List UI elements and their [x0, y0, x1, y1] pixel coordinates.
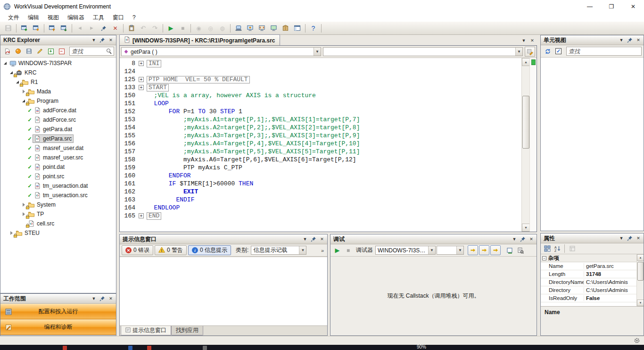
code-line-133[interactable]: 133+START [120, 83, 521, 92]
panel-menu-chevron-icon[interactable]: ▼ [301, 236, 309, 243]
tree-item-point.src[interactable]: ✓point.src [0, 172, 116, 181]
procedure-dropdown[interactable]: getPara ( ) ▼ [121, 47, 321, 56]
tree-item-Mada[interactable]: Mada [0, 87, 116, 96]
pin-icon[interactable] [99, 37, 106, 44]
property-row-IsReadOnly[interactable]: IsReadOnlyFalse [541, 294, 644, 302]
toolbar-connect-laptop-button[interactable] [233, 23, 244, 33]
panel-menu-chevron-icon[interactable]: ▼ [618, 37, 625, 44]
taskbar-icon[interactable] [128, 346, 132, 350]
scroll-down-icon[interactable]: ▼ [522, 224, 530, 232]
code-line-158[interactable]: 158 myAxis.A6=Target[P,6],$VEL_AXIS[6]=T… [120, 156, 521, 164]
edit-button[interactable] [35, 46, 45, 56]
code-line-159[interactable]: 159 PTP myAxis C_PTP [120, 164, 521, 172]
tree-item-WINDOWS-7I3SPAR[interactable]: WINDOWS-7I3SPAR [0, 58, 116, 68]
tree-item-tm_useraction.src[interactable]: ✓tm_useraction.src [0, 191, 116, 200]
property-row-DirectoryName[interactable]: DirectoryNameC:\Users\Adminis [541, 278, 644, 286]
save-memory-button[interactable] [24, 46, 34, 56]
toolbar-delete-button[interactable]: ✕ [110, 23, 121, 33]
tree-item-TP[interactable]: TP [0, 209, 116, 219]
filter-checkbox[interactable]: ✓ [553, 46, 563, 56]
step-into-button[interactable] [468, 245, 478, 255]
debug-start-button[interactable]: ▶ [332, 245, 342, 255]
minimize-button[interactable]: — [579, 0, 601, 13]
code-line-8[interactable]: 8+INI [120, 59, 521, 67]
step-out-button[interactable] [490, 245, 501, 255]
code-line-163[interactable]: 163 ENDIF [120, 196, 521, 204]
property-category[interactable]: −杂项 [541, 254, 644, 262]
refresh-button[interactable] [543, 46, 553, 56]
toolbar-start-button[interactable]: ▶ [165, 23, 176, 33]
toolbar-deploy-package-button[interactable] [280, 23, 291, 33]
property-row-Length[interactable]: Length31748 [541, 270, 644, 278]
toolbar-help-button[interactable]: ? [308, 23, 319, 33]
tree-item-masref_user.src[interactable]: ✓masref_user.src [0, 153, 116, 162]
code-line-164[interactable]: 164 ENDLOOP [120, 204, 521, 212]
panel-menu-chevron-icon[interactable]: ▼ [90, 295, 98, 302]
panel-menu-chevron-icon[interactable]: ▼ [90, 37, 98, 44]
search-icon[interactable] [107, 49, 112, 54]
folded-region[interactable]: INI [147, 60, 161, 67]
tree-item-cell.src[interactable]: cell.src [0, 219, 116, 228]
code-line-155[interactable]: 155 ;myAxis.A3=Target[P,3];,$VEL_AXIS[3]… [120, 132, 521, 140]
tree-item-System[interactable]: System [0, 200, 116, 209]
toolbar-add-catalog-button[interactable] [19, 23, 30, 33]
fold-toggle-icon[interactable]: + [139, 85, 144, 90]
close-icon[interactable]: ✕ [635, 235, 642, 242]
fold-toggle-icon[interactable]: + [139, 61, 144, 66]
collapse-all-button[interactable]: − [57, 46, 66, 56]
code-line-160[interactable]: 160 ENDFOR [120, 172, 521, 180]
menu-item-3[interactable]: 视图 [43, 13, 63, 22]
collapse-icon[interactable]: − [542, 256, 546, 260]
code-editor[interactable]: 8+INI124125+PTP HOME VEL= 50 % DEFAULT13… [120, 58, 521, 232]
toolbar-pin-button[interactable] [98, 23, 109, 33]
editor-vertical-scrollbar[interactable]: ▲ ▼ [521, 58, 529, 232]
tree-item-STEU[interactable]: STEU [0, 228, 116, 238]
close-document-icon[interactable]: ✕ [528, 37, 536, 44]
tree-item-getPara.src[interactable]: ✓getPara.src [0, 134, 116, 143]
folded-region[interactable]: END [147, 212, 161, 220]
alphabetical-sort-button[interactable]: AZ [553, 244, 561, 253]
tree-item-addForce.dat[interactable]: ✓addForce.dat [0, 106, 116, 115]
tree-item-getPara.dat[interactable]: ✓getPara.dat [0, 125, 116, 134]
scroll-up-icon[interactable]: ▲ [637, 254, 644, 261]
document-tab[interactable]: [WINDOWS-7I3SPAR] - KRC:\R1\Program\getP… [119, 34, 280, 45]
code-line-124[interactable]: 124 [120, 67, 521, 75]
workspace-button-配置和投入运行[interactable]: 配置和投入运行 [0, 304, 116, 319]
toolbar-code-generate-button[interactable] [256, 23, 267, 33]
tree-item-addForce.src[interactable]: ✓addForce.src [0, 115, 116, 125]
toolbar-add-project-button[interactable] [31, 23, 41, 33]
context-dropdown[interactable]: ▼ [323, 47, 523, 56]
close-icon[interactable]: ✕ [107, 295, 115, 302]
filter-error-button[interactable]: ✕0 错误 [122, 245, 153, 255]
toolbar-paste-button[interactable] [126, 23, 137, 33]
toolbar-configure-controller-button[interactable] [245, 23, 256, 33]
toolbar-upload-project-button[interactable] [47, 23, 58, 33]
tree-item-tm_useraction.dat[interactable]: ✓tm_useraction.dat [0, 181, 116, 191]
step-over-button[interactable] [479, 245, 489, 255]
code-line-150[interactable]: 150 ;VEL is a array, however AXIS is a s… [120, 92, 521, 100]
close-icon[interactable]: ✕ [635, 37, 642, 44]
code-line-156[interactable]: 156 ;myAxis.A4=Target[P,4],$VEL_AXIS[4]=… [120, 140, 521, 148]
close-icon[interactable]: ✕ [318, 236, 326, 243]
taskbar-icon[interactable] [147, 346, 151, 350]
code-line-125[interactable]: 125+PTP HOME VEL= 50 % DEFAULT [120, 75, 521, 83]
show-next-statement-button[interactable] [504, 245, 514, 255]
toolbar-window-layout-button[interactable] [292, 23, 303, 33]
taskbar-icon[interactable] [203, 346, 207, 350]
menu-item-1[interactable]: 文件 [4, 13, 24, 22]
tree-item-Program[interactable]: Program [0, 96, 116, 106]
pin-icon[interactable] [99, 295, 106, 302]
tree-expander-open[interactable] [2, 62, 8, 65]
menu-item-2[interactable]: 编辑 [24, 13, 43, 22]
code-line-161[interactable]: 161 IF $TIMER[1]>60000 THEN [120, 180, 521, 188]
close-icon[interactable]: ✕ [528, 236, 535, 243]
krc-search-input[interactable] [72, 48, 107, 55]
close-button[interactable]: ✕ [622, 0, 644, 13]
code-line-157[interactable]: 157 ;myAxis.A5=Target[P,5],$VEL_AXIS[5]=… [120, 148, 521, 156]
pin-icon[interactable] [626, 37, 634, 44]
pin-icon[interactable] [519, 236, 527, 243]
maximize-button[interactable]: ❐ [601, 0, 622, 13]
menu-item-7[interactable]: ? [128, 14, 140, 21]
toolbar-download-project-button[interactable] [58, 23, 69, 33]
menu-item-4[interactable]: 编辑器 [63, 13, 89, 22]
